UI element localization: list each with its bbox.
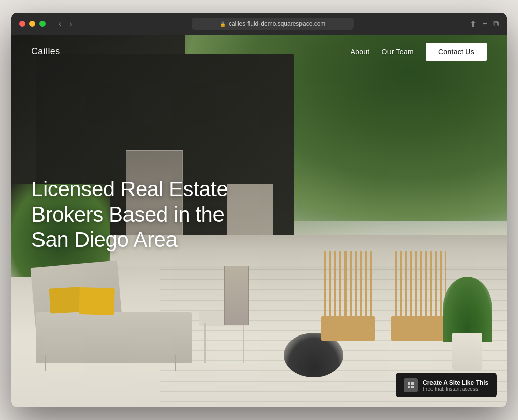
chair-seat-2: [391, 316, 449, 340]
hero-text-block: Licensed Real Estate Brokers Based in th…: [31, 177, 259, 253]
hero-headline: Licensed Real Estate Brokers Based in th…: [31, 177, 259, 253]
forward-button[interactable]: ›: [66, 19, 75, 29]
browser-nav-controls: ‹ ›: [56, 19, 75, 29]
chair-body: [36, 312, 192, 362]
share-button[interactable]: ⬆: [470, 19, 477, 29]
badge-text: Create A Site Like This Free trial. Inst…: [423, 379, 488, 392]
table-leg-left: [204, 323, 206, 362]
title-bar: ‹ › 🔒 cailles-fluid-demo.squarespace.com…: [11, 13, 507, 35]
mac-window: ‹ › 🔒 cailles-fluid-demo.squarespace.com…: [11, 13, 507, 407]
url-text: cailles-fluid-demo.squarespace.com: [229, 20, 325, 27]
table-leg-right: [243, 323, 244, 362]
back-button[interactable]: ‹: [56, 19, 64, 29]
site-logo: Cailles: [31, 46, 60, 57]
site-navigation: Cailles About Our Team Contact Us: [11, 35, 507, 68]
chair-slats-2: [395, 251, 446, 317]
yellow-cushion-1: [49, 287, 81, 313]
traffic-lights: [19, 21, 46, 27]
address-bar[interactable]: 🔒 cailles-fluid-demo.squarespace.com: [85, 18, 460, 30]
badge-subtitle: Free trial. Instant access.: [423, 386, 488, 392]
svg-rect-0: [408, 382, 410, 385]
browser-content: Cailles About Our Team Contact Us Licens…: [11, 35, 507, 407]
close-button[interactable]: [19, 21, 25, 27]
plant-leaves: [443, 277, 492, 342]
svg-rect-2: [408, 386, 410, 388]
chair-slats: [324, 251, 372, 317]
lock-icon: 🔒: [220, 21, 226, 27]
lounge-chair: [36, 251, 209, 363]
svg-rect-1: [411, 382, 414, 385]
new-tab-button[interactable]: +: [483, 19, 487, 28]
nav-links: About Our Team Contact Us: [350, 43, 487, 61]
maximize-button[interactable]: [39, 21, 46, 27]
squarespace-badge[interactable]: Create A Site Like This Free trial. Inst…: [396, 373, 497, 397]
hero-section: Cailles About Our Team Contact Us Licens…: [11, 35, 507, 407]
yellow-cushion-2: [79, 287, 114, 315]
tab-grid-button[interactable]: ⧉: [493, 19, 499, 28]
nav-about[interactable]: About: [350, 48, 369, 56]
plant-pot: [443, 277, 492, 370]
minimize-button[interactable]: [29, 21, 35, 27]
pot-body: [452, 333, 482, 370]
svg-rect-3: [411, 386, 414, 388]
wood-chair-1: [319, 251, 378, 370]
chair-leg-1: [45, 355, 46, 371]
lantern: [224, 266, 249, 325]
badge-title: Create A Site Like This: [423, 379, 488, 386]
chair-seat: [321, 316, 375, 340]
squarespace-icon: [404, 378, 418, 392]
nav-our-team[interactable]: Our Team: [381, 48, 413, 56]
contact-us-button[interactable]: Contact Us: [426, 43, 487, 61]
chair-leg-2: [175, 355, 176, 371]
toolbar-right: ⬆ + ⧉: [470, 19, 499, 29]
